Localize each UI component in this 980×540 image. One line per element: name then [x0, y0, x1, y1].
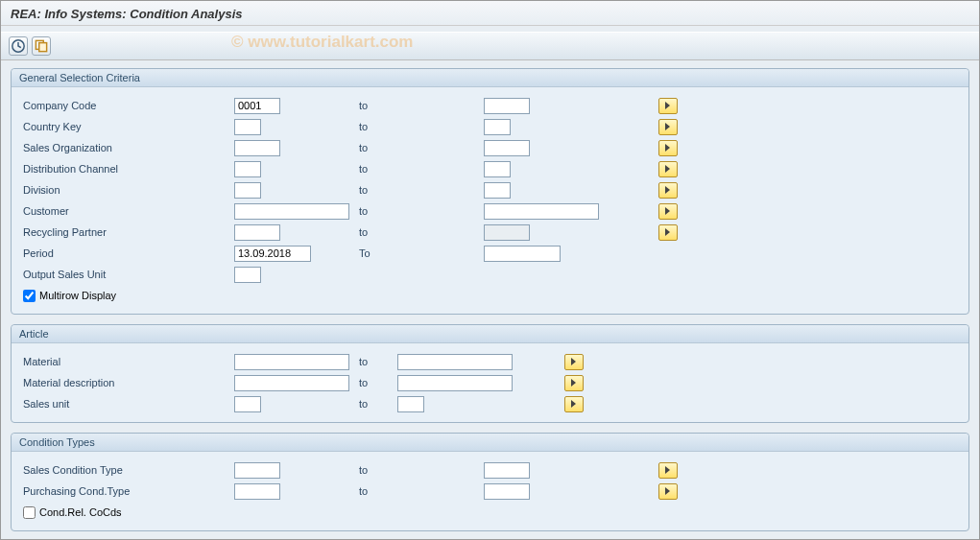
multiple-selection-button[interactable]: [658, 119, 678, 135]
dist-channel-to[interactable]: [484, 161, 511, 177]
group-body: Material to Material description to Sale…: [12, 343, 968, 422]
country-key-from[interactable]: [234, 119, 261, 135]
multiple-selection-button[interactable]: [564, 375, 584, 391]
arrow-right-icon: [663, 143, 673, 153]
recycling-partner-to[interactable]: [484, 224, 530, 241]
label-country-key: Country Key: [23, 121, 234, 132]
arrow-right-icon: [569, 357, 579, 366]
customer-to[interactable]: [484, 203, 599, 220]
arrow-right-icon: [663, 164, 673, 174]
label-recycling-partner: Recycling Partner: [23, 226, 234, 238]
group-title-condition-types: Condition Types: [12, 434, 968, 452]
multiple-selection-button[interactable]: [658, 98, 678, 114]
multiple-selection-button[interactable]: [658, 224, 678, 241]
multiple-selection-button[interactable]: [658, 203, 678, 220]
multiple-selection-button[interactable]: [658, 483, 678, 500]
sales-cond-from[interactable]: [234, 462, 280, 479]
material-to[interactable]: [397, 354, 513, 370]
label-division: Division: [23, 184, 234, 196]
clock-icon: [10, 37, 27, 55]
recycling-partner-from[interactable]: [234, 224, 280, 241]
group-general: General Selection Criteria Company Code …: [11, 68, 969, 315]
get-variant-button[interactable]: [32, 36, 51, 56]
multiple-selection-button[interactable]: [564, 354, 584, 370]
material-desc-to[interactable]: [397, 375, 513, 391]
label-customer: Customer: [23, 205, 234, 217]
row-recycling-partner: Recycling Partner to: [23, 222, 957, 243]
sales-cond-to[interactable]: [484, 462, 530, 479]
arrow-right-icon: [569, 399, 579, 409]
to-label: to: [359, 142, 484, 153]
label-output-sales-unit: Output Sales Unit: [23, 269, 234, 280]
multiple-selection-button[interactable]: [658, 462, 678, 479]
arrow-right-icon: [663, 101, 673, 110]
row-output-sales-unit: Output Sales Unit: [23, 264, 957, 285]
arrow-right-icon: [569, 378, 579, 387]
multiple-selection-button[interactable]: [658, 182, 678, 199]
sales-unit-to[interactable]: [397, 396, 424, 412]
to-label: to: [359, 377, 397, 388]
label-sales-unit: Sales unit: [23, 398, 234, 410]
row-company-code: Company Code to: [23, 95, 957, 116]
label-dist-channel: Distribution Channel: [23, 163, 234, 175]
multiple-selection-button[interactable]: [658, 140, 678, 156]
dist-channel-from[interactable]: [234, 161, 261, 177]
to-label: to: [359, 226, 484, 238]
group-condition-types: Condition Types Sales Condition Type to …: [11, 433, 969, 531]
division-from[interactable]: [234, 182, 261, 199]
sales-org-to[interactable]: [484, 140, 530, 156]
row-country-key: Country Key to: [23, 116, 957, 137]
row-division: Division to: [23, 179, 957, 200]
to-label: to: [359, 464, 484, 476]
arrow-right-icon: [663, 227, 673, 237]
row-purch-cond: Purchasing Cond.Type to: [23, 481, 957, 502]
company-code-from[interactable]: [234, 98, 280, 114]
to-label: To: [359, 247, 484, 259]
cond-rel-checkbox[interactable]: [23, 506, 36, 519]
row-dist-channel: Distribution Channel to: [23, 158, 957, 179]
row-period: Period To: [23, 243, 957, 264]
row-cond-rel: Cond.Rel. CoCds: [23, 502, 957, 523]
company-code-to[interactable]: [484, 98, 530, 114]
label-sales-org: Sales Organization: [23, 142, 234, 153]
group-body: Sales Condition Type to Purchasing Cond.…: [12, 452, 968, 530]
svg-rect-2: [39, 43, 47, 52]
output-sales-unit[interactable]: [234, 267, 261, 283]
arrow-right-icon: [663, 486, 673, 496]
row-customer: Customer to: [23, 200, 957, 222]
application-toolbar: © www.tutorialkart.com: [1, 32, 979, 60]
label-purch-cond: Purchasing Cond.Type: [23, 485, 234, 497]
selection-screen: General Selection Criteria Company Code …: [1, 60, 979, 540]
to-label: to: [359, 100, 484, 111]
label-material-desc: Material description: [23, 377, 234, 388]
label-cond-rel: Cond.Rel. CoCds: [39, 506, 122, 518]
arrow-right-icon: [663, 206, 673, 216]
arrow-right-icon: [663, 122, 673, 131]
period-to[interactable]: [484, 246, 561, 262]
material-desc-from[interactable]: [234, 375, 349, 391]
arrow-right-icon: [663, 465, 673, 475]
period-from[interactable]: [234, 246, 311, 262]
purch-cond-to[interactable]: [484, 483, 530, 500]
material-from[interactable]: [234, 354, 349, 370]
customer-from[interactable]: [234, 203, 349, 220]
multiple-selection-button[interactable]: [658, 161, 678, 177]
execute-button[interactable]: [9, 36, 28, 56]
row-material-desc: Material description to: [23, 372, 957, 393]
page-title: REA: Info Systems: Condition Analysis: [1, 1, 979, 26]
division-to[interactable]: [484, 182, 511, 199]
row-sales-unit: Sales unit to: [23, 393, 957, 414]
country-key-to[interactable]: [484, 119, 511, 135]
label-multirow: Multirow Display: [39, 290, 116, 301]
to-label: to: [359, 356, 397, 367]
multiple-selection-button[interactable]: [564, 396, 584, 412]
multirow-checkbox[interactable]: [23, 290, 36, 302]
sales-org-from[interactable]: [234, 140, 280, 156]
row-sales-org: Sales Organization to: [23, 137, 957, 158]
purch-cond-from[interactable]: [234, 483, 280, 500]
sales-unit-from[interactable]: [234, 396, 261, 412]
group-body: Company Code to Country Key to Sales Org…: [12, 87, 968, 314]
to-label: to: [359, 184, 484, 196]
row-multirow: Multirow Display: [23, 285, 957, 306]
watermark: © www.tutorialkart.com: [231, 33, 413, 52]
